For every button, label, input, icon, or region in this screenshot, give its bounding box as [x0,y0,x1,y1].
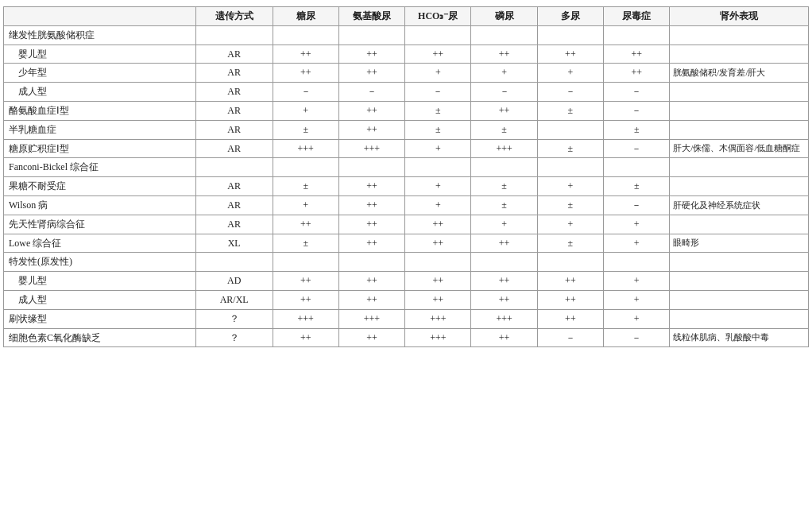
cell-hco3: + [405,195,471,215]
cell-phos: ++ [471,328,537,347]
cell-uremia [604,25,670,45]
cell-extra [670,158,809,177]
cell-inherit: AR [195,64,273,83]
cell-hco3: － [405,83,471,102]
table-row: 特发性(原发性) [4,253,809,272]
col-header-hco3: HCO₃⁻尿 [405,7,471,26]
col-header-uremia: 尿毒症 [604,7,670,26]
cell-phos: ++ [471,234,537,253]
cell-extra: 肝大/侏儒、木偶面容/低血糖酮症 [670,139,809,158]
row-label: Wilson 病 [4,195,196,215]
row-label: 特发性(原发性) [4,253,196,272]
row-label: 糖原贮积症Ⅰ型 [4,139,196,158]
table-row: Fanconi-Bickel 综合征 [4,158,809,177]
main-table: 遗传方式 糖尿 氨基酸尿 HCO₃⁻尿 磷尿 多尿 尿毒症 肾外表现 继发性胱氨… [3,6,809,347]
cell-inherit: AR [195,195,273,215]
cell-amino: ++ [338,290,404,309]
col-header-amino: 氨基酸尿 [338,7,404,26]
cell-sugar: ± [273,120,338,139]
cell-inherit: AR [195,45,273,64]
cell-poly: + [537,215,603,234]
cell-amino: ++ [338,64,404,83]
cell-hco3: + [405,139,471,158]
row-label: 先天性肾病综合征 [4,215,196,234]
cell-uremia: + [604,215,670,234]
cell-uremia [604,253,670,272]
table-row: 细胞色素C氧化酶缺乏？+++++++++－－线粒体肌病、乳酸酸中毒 [4,328,809,347]
cell-amino [338,25,404,45]
cell-amino: +++ [338,309,404,328]
cell-extra [670,101,809,120]
cell-hco3: ++ [405,234,471,253]
row-label: 少年型 [4,64,196,83]
table-row: 先天性肾病综合征AR+++++++++ [4,215,809,234]
row-label: 酪氨酸血症Ⅰ型 [4,101,196,120]
cell-sugar: ++ [273,328,338,347]
cell-amino: ++ [338,101,404,120]
cell-amino: ++ [338,234,404,253]
cell-phos: ± [471,120,537,139]
cell-amino: ++ [338,120,404,139]
cell-phos: +++ [471,139,537,158]
col-header-sugar: 糖尿 [273,7,338,26]
cell-inherit: ？ [195,309,273,328]
cell-phos: + [471,215,537,234]
cell-extra [670,215,809,234]
cell-phos: ± [471,177,537,196]
cell-inherit: AR [195,101,273,120]
table-row: 酪氨酸血症Ⅰ型AR+++±++±－ [4,101,809,120]
table-row: Wilson 病AR++++±±－肝硬化及神经系统症状 [4,195,809,215]
cell-uremia: － [604,83,670,102]
cell-hco3 [405,253,471,272]
cell-hco3 [405,25,471,45]
col-header-phos: 磷尿 [471,7,537,26]
cell-phos [471,158,537,177]
header-row: 遗传方式 糖尿 氨基酸尿 HCO₃⁻尿 磷尿 多尿 尿毒症 肾外表现 [4,7,809,26]
cell-extra [670,120,809,139]
cell-sugar: ++ [273,272,338,291]
cell-hco3: +++ [405,309,471,328]
cell-poly: ± [537,101,603,120]
cell-phos: ++ [471,272,537,291]
cell-phos [471,25,537,45]
cell-inherit: AR [195,139,273,158]
cell-poly: ++ [537,309,603,328]
row-label: 成人型 [4,83,196,102]
cell-poly: ± [537,234,603,253]
col-header-name [4,7,196,26]
table-row: 成人型AR－－－－－－ [4,83,809,102]
cell-extra [670,45,809,64]
cell-hco3: + [405,177,471,196]
row-label: 婴儿型 [4,45,196,64]
col-header-inherit: 遗传方式 [195,7,273,26]
table-row: 继发性胱氨酸储积症 [4,25,809,45]
cell-hco3: ± [405,101,471,120]
row-label: 婴儿型 [4,272,196,291]
cell-amino: ++ [338,328,404,347]
cell-poly [537,120,603,139]
cell-extra [670,253,809,272]
cell-uremia: － [604,195,670,215]
table-row: 成人型AR/XL+++++++++++ [4,290,809,309]
cell-amino: ++ [338,272,404,291]
cell-inherit [195,25,273,45]
col-header-poly: 多尿 [537,7,603,26]
cell-poly: ++ [537,272,603,291]
cell-amino: +++ [338,139,404,158]
cell-uremia: + [604,234,670,253]
row-label: 成人型 [4,290,196,309]
cell-poly: ± [537,195,603,215]
cell-poly [537,253,603,272]
cell-phos: ++ [471,101,537,120]
row-label: 继发性胱氨酸储积症 [4,25,196,45]
cell-uremia: + [604,290,670,309]
cell-hco3: ++ [405,45,471,64]
cell-inherit [195,253,273,272]
cell-amino: ++ [338,195,404,215]
cell-amino [338,253,404,272]
cell-extra [670,290,809,309]
cell-sugar: +++ [273,309,338,328]
table-row: 半乳糖血症AR±++±±± [4,120,809,139]
cell-sugar [273,25,338,45]
cell-sugar [273,253,338,272]
